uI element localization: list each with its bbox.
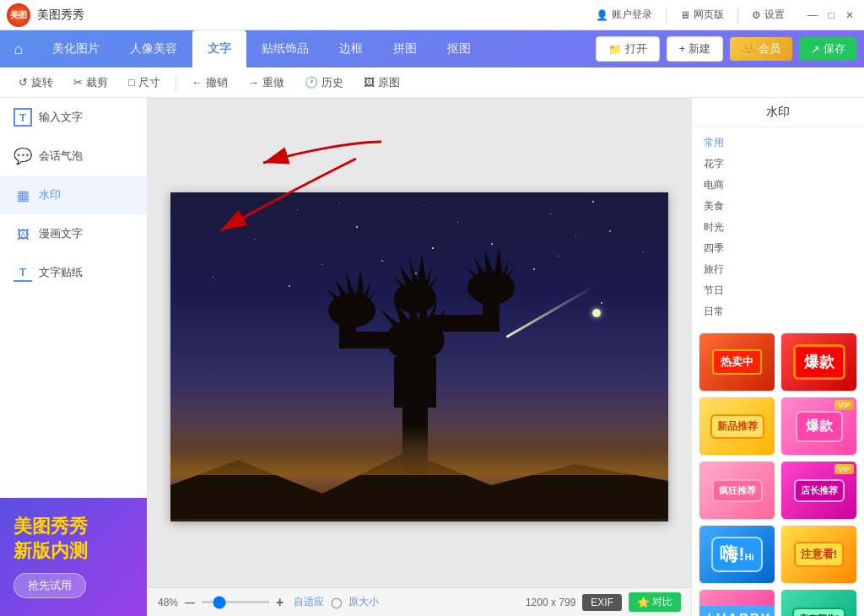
minimize-btn[interactable]: — <box>805 8 820 23</box>
account-icon: 👤 <box>596 9 608 21</box>
clock-icon: 🕐 <box>305 76 318 89</box>
save-icon: ↗ <box>811 43 820 56</box>
restore-btn[interactable]: □ <box>824 8 839 23</box>
crown-icon: 👑 <box>742 43 755 56</box>
undo-icon: ← <box>192 76 202 89</box>
watermark-item-10[interactable]: 库存警告! <box>780 589 857 616</box>
cat-travel[interactable]: 旅行 <box>699 259 857 280</box>
zoom-minus[interactable]: — <box>185 597 195 608</box>
watermark-item-4[interactable]: VIP 爆款 <box>780 397 857 456</box>
cat-common[interactable]: 常用 <box>699 132 857 154</box>
watermark-item-5[interactable]: 疯狂推荐 <box>699 461 775 520</box>
watermark-item-7[interactable]: 嗨!Hi <box>699 525 775 584</box>
title-bar-right: 👤 账户登录 🖥 网页版 ⚙ 设置 — □ ✕ <box>596 7 857 24</box>
fit-btn[interactable]: 自适应 <box>294 595 324 609</box>
cat-daily[interactable]: 日常 <box>699 301 857 322</box>
left-sidebar: T 输入文字 💬 会话气泡 ▦ 水印 🖼 漫画文字 T 文字贴纸 美图秀秀 新版… <box>0 98 148 616</box>
watermark-item-3[interactable]: 新品推荐 <box>699 397 775 456</box>
app-name: 美图秀秀 <box>37 8 596 23</box>
cat-seasons[interactable]: 四季 <box>699 238 857 259</box>
nav-item-sticker[interactable]: 贴纸饰品 <box>246 30 324 68</box>
sidebar-item-comic[interactable]: 🖼 漫画文字 <box>0 214 147 253</box>
crop-btn[interactable]: ✂ 裁剪 <box>65 72 116 94</box>
nav-item-collage[interactable]: 拼图 <box>378 30 432 68</box>
zoom-level: 48% <box>158 597 178 608</box>
watermark-item-6[interactable]: VIP 店长推荐 <box>780 461 857 520</box>
sidebar-item-input-text[interactable]: T 输入文字 <box>0 98 147 137</box>
dimensions: 1200 x 799 <box>526 597 575 608</box>
window-controls: — □ ✕ <box>805 8 857 23</box>
watermark-item-9[interactable]: ★HAPPY <box>699 589 775 616</box>
nav-item-border[interactable]: 边框 <box>324 30 378 68</box>
vip-badge-2: VIP <box>834 464 854 474</box>
star-icon: ⭐ <box>637 597 650 608</box>
exif-btn[interactable]: EXIF <box>582 594 622 611</box>
divider <box>666 7 667 24</box>
nav-item-cutout[interactable]: 抠图 <box>432 30 486 68</box>
sidebar-item-watermark[interactable]: ▦ 水印 <box>0 176 147 214</box>
app-logo: 美图 <box>7 3 30 27</box>
watermark-item-8[interactable]: 注意看! <box>780 525 857 584</box>
rotate-btn[interactable]: ↺ 旋转 <box>10 72 62 94</box>
bottom-bar: 48% — + 自适应 ◯ 原大小 1200 x 799 EXIF ⭐ 对比 <box>148 587 691 616</box>
zoom-plus[interactable]: + <box>276 595 284 610</box>
web-btn[interactable]: 🖥 网页版 <box>680 8 724 22</box>
text-icon: T <box>14 108 32 127</box>
promo-title: 美图秀秀 新版内测 <box>14 515 133 563</box>
history-btn[interactable]: 🕐 历史 <box>296 72 352 94</box>
redo-icon: → <box>248 76 259 89</box>
watermark-item-1[interactable]: 热卖中 <box>699 332 775 392</box>
save-btn[interactable]: ↗ 保存 <box>799 37 857 61</box>
promo-banner[interactable]: 美图秀秀 新版内测 抢先试用 <box>0 498 147 616</box>
promo-try-btn[interactable]: 抢先试用 <box>14 573 86 598</box>
nav-right: 📁 打开 + 新建 👑 会员 ↗ 保存 <box>596 30 864 68</box>
account-btn[interactable]: 👤 账户登录 <box>596 8 652 22</box>
cat-time[interactable]: 时光 <box>699 217 857 238</box>
home-btn[interactable]: ⌂ <box>0 30 37 68</box>
sidebar-item-text-sticker[interactable]: T 文字贴纸 <box>0 253 147 292</box>
bubble-icon: 💬 <box>14 147 32 165</box>
open-btn[interactable]: 📁 打开 <box>596 36 660 62</box>
svg-rect-2 <box>394 357 436 408</box>
monitor-icon: 🖥 <box>680 9 690 21</box>
right-panel-title: 水印 <box>692 98 864 127</box>
right-panel: 水印 常用 花字 电商 美食 时光 四季 旅行 <box>691 98 864 616</box>
cat-ecommerce[interactable]: 电商 <box>699 175 857 196</box>
cat-food[interactable]: 美食 <box>699 196 857 217</box>
nav-bar: ⌂ 美化图片 人像美容 文字 贴纸饰品 边框 拼图 抠图 📁 打开 + 新建 👑… <box>0 30 864 68</box>
vip-badge: VIP <box>834 400 854 410</box>
watermark-item-2[interactable]: 爆款 <box>780 332 857 392</box>
close-btn[interactable]: ✕ <box>842 8 857 23</box>
original-size-btn[interactable]: 原大小 <box>348 595 379 609</box>
canvas-image <box>170 192 668 521</box>
gear-icon: ⚙ <box>752 9 761 21</box>
vip-btn[interactable]: 👑 会员 <box>730 37 792 61</box>
sticker-icon: T <box>14 263 32 282</box>
original-size-sep: ◯ <box>331 597 342 608</box>
toolbar: ↺ 旋转 ✂ 裁剪 □ 尺寸 ← 撤销 → 重做 🕐 历史 🖼 原图 <box>0 68 864 98</box>
cat-flower-text[interactable]: 花字 <box>699 154 857 175</box>
nav-item-portrait[interactable]: 人像美容 <box>115 30 192 68</box>
comic-icon: 🖼 <box>14 224 32 243</box>
settings-btn[interactable]: ⚙ 设置 <box>752 8 785 22</box>
new-btn[interactable]: + 新建 <box>667 36 723 62</box>
redo-btn[interactable]: → 重做 <box>240 72 293 94</box>
size-btn[interactable]: □ 尺寸 <box>120 72 169 94</box>
compare-btn[interactable]: ⭐ 对比 <box>629 592 681 612</box>
nav-item-beauty[interactable]: 美化图片 <box>37 30 115 68</box>
canvas-area: 48% — + 自适应 ◯ 原大小 1200 x 799 EXIF ⭐ 对比 <box>148 98 691 616</box>
sidebar-item-bubble[interactable]: 💬 会话气泡 <box>0 137 147 176</box>
title-bar: 美图 美图秀秀 👤 账户登录 🖥 网页版 ⚙ 设置 — □ ✕ <box>0 0 864 30</box>
image-icon: 🖼 <box>364 76 375 89</box>
nav-item-text[interactable]: 文字 <box>192 30 246 68</box>
watermark-icon: ▦ <box>14 186 32 204</box>
crop-icon: ✂ <box>73 76 83 89</box>
cat-holiday[interactable]: 节日 <box>699 280 857 301</box>
size-icon: □ <box>128 76 135 89</box>
zoom-slider[interactable] <box>202 601 269 603</box>
divider2 <box>737 7 738 24</box>
open-icon: 📁 <box>608 43 622 56</box>
original-btn[interactable]: 🖼 原图 <box>355 72 408 94</box>
category-tabs: 常用 花字 电商 美食 时光 四季 旅行 节日 <box>692 127 864 327</box>
undo-btn[interactable]: ← 撤销 <box>183 72 236 94</box>
